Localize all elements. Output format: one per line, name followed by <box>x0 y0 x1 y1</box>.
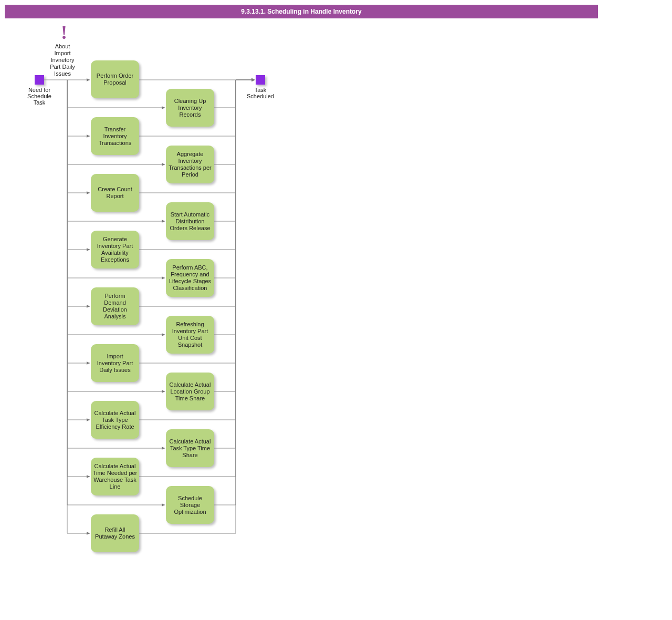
activity-left-8[interactable]: Refill All Putaway Zones <box>91 514 139 552</box>
activity-left-5[interactable]: Import Inventory Part Daily Issues <box>91 344 139 382</box>
activity-left-7[interactable]: Calculate Actual Time Needed per Warehou… <box>91 458 139 495</box>
activity-label: Refill All Putaway Zones <box>95 526 135 540</box>
activity-right-7[interactable]: Schedule Storage Optimization <box>166 486 214 524</box>
activity-label: Perform Order Proposal <box>97 73 133 86</box>
start-event <box>35 75 44 85</box>
activity-right-6[interactable]: Calculate Actual Task Type Time Share <box>166 429 214 467</box>
activity-label: Refreshing Inventory Part Unit Cost Snap… <box>172 321 208 348</box>
activity-label: Calculate Actual Location Group Time Sha… <box>170 381 211 402</box>
activity-label: Generate Inventory Part Availability Exc… <box>97 236 133 263</box>
activity-left-4[interactable]: Perform Demand Deviation Analysis <box>91 287 139 325</box>
activity-right-4[interactable]: Refreshing Inventory Part Unit Cost Snap… <box>166 316 214 354</box>
end-event-label: Task Scheduled <box>243 87 278 99</box>
activity-label: Create Count Report <box>98 186 132 200</box>
activity-left-2[interactable]: Create Count Report <box>91 174 139 212</box>
title-bar: 9.3.13.1. Scheduling in Handle Inventory <box>5 5 598 18</box>
title-text: 9.3.13.1. Scheduling in Handle Inventory <box>241 8 361 15</box>
activity-right-1[interactable]: Aggregate Inventory Transactions per Per… <box>166 146 214 183</box>
activity-label: Perform Demand Deviation Analysis <box>103 293 127 320</box>
activity-right-3[interactable]: Perform ABC, Frequency and Lifecycle Sta… <box>166 259 214 297</box>
activity-right-5[interactable]: Calculate Actual Location Group Time Sha… <box>166 373 214 410</box>
activity-label: Cleaning Up Inventory Records <box>174 98 206 118</box>
diagram-canvas: 9.3.13.1. Scheduling in Handle Inventory… <box>0 0 672 620</box>
activity-right-0[interactable]: Cleaning Up Inventory Records <box>166 89 214 127</box>
note-label: About Import Invnetory Part Daily Issues <box>45 43 80 77</box>
activity-label: Start Automatic Distribution Orders Rele… <box>170 211 210 232</box>
activity-label: Transfer Inventory Transactions <box>99 126 132 147</box>
exclamation-icon: ! <box>59 23 69 42</box>
activity-label: Calculate Actual Task Type Time Share <box>170 438 211 459</box>
activity-left-6[interactable]: Calculate Actual Task Type Efficiency Ra… <box>91 401 139 439</box>
activity-left-0[interactable]: Perform Order Proposal <box>91 60 139 98</box>
activity-label: Aggregate Inventory Transactions per Per… <box>169 151 212 178</box>
activity-right-2[interactable]: Start Automatic Distribution Orders Rele… <box>166 202 214 240</box>
activity-label: Perform ABC, Frequency and Lifecycle Sta… <box>169 264 211 292</box>
activity-label: Import Inventory Part Daily Issues <box>97 353 133 374</box>
activity-left-1[interactable]: Transfer Inventory Transactions <box>91 117 139 155</box>
activity-left-3[interactable]: Generate Inventory Part Availability Exc… <box>91 231 139 268</box>
start-event-label: Need for Schedule Task <box>22 87 57 106</box>
activity-label: Schedule Storage Optimization <box>174 495 206 515</box>
end-event <box>256 75 265 85</box>
activity-label: Calculate Actual Time Needed per Warehou… <box>93 463 138 490</box>
activity-label: Calculate Actual Task Type Efficiency Ra… <box>94 410 136 430</box>
